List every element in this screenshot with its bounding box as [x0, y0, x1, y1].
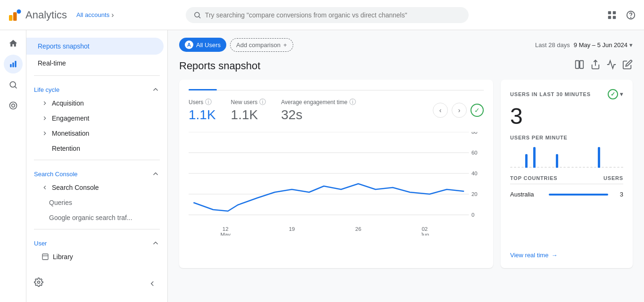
reports-snapshot-label: Reports snapshot	[38, 42, 90, 50]
realtime-nav[interactable]: Real-time	[26, 55, 164, 72]
realtime-check-dropdown[interactable]: ✓ ▾	[608, 89, 623, 99]
engagement-label: Engagement	[52, 114, 89, 122]
new-users-info-icon[interactable]: ⓘ	[259, 98, 266, 106]
mini-bar	[609, 167, 611, 168]
main-layout: Reports snapshot Real-time Life cycle Ac…	[0, 30, 644, 302]
user-section-label: User	[34, 240, 47, 247]
mini-bar	[605, 167, 608, 168]
ga-logo	[8, 8, 22, 22]
queries-label: Queries	[49, 199, 72, 206]
mini-bar	[529, 167, 531, 168]
queries-nav[interactable]: Queries	[26, 195, 167, 210]
acquisition-nav[interactable]: Acquisition	[26, 96, 167, 111]
svg-point-14	[10, 82, 16, 87]
mini-bar	[598, 147, 600, 168]
breadcrumb-text[interactable]: All accounts	[76, 11, 109, 18]
top-nav: Analytics All accounts ›	[0, 0, 644, 30]
user-section[interactable]: User	[26, 233, 167, 249]
mini-bar	[621, 167, 623, 168]
date-range-label: Last 28 days	[535, 41, 570, 49]
users-info-icon[interactable]: ⓘ	[205, 98, 212, 106]
filters-bar: A All Users Add comparison + Last 28 day…	[179, 38, 633, 52]
svg-rect-0	[9, 15, 13, 21]
explore-icon-btn[interactable]	[4, 75, 23, 94]
mini-bar	[613, 167, 616, 168]
mini-bar	[548, 167, 551, 168]
acquisition-expand-icon	[41, 100, 48, 106]
google-organic-nav[interactable]: Google organic search traf...	[26, 210, 167, 225]
mini-bar	[571, 167, 574, 168]
search-icon	[193, 11, 201, 19]
top-countries-header: TOP COUNTRIES USERS	[510, 175, 623, 184]
svg-rect-12	[12, 63, 14, 67]
realtime-dropdown-arrow: ▾	[620, 91, 623, 98]
view-realtime-link[interactable]: View real time →	[510, 244, 623, 259]
mini-bar	[525, 154, 528, 168]
date-range[interactable]: Last 28 days 9 May – 5 Jun 2024 ▾	[535, 41, 633, 49]
settings-button[interactable]	[26, 272, 51, 295]
columns-icon[interactable]	[574, 59, 585, 72]
library-label: Library	[53, 253, 73, 261]
acquisition-label: Acquisition	[52, 99, 84, 107]
realtime-count: 3	[510, 103, 623, 129]
edit-icon[interactable]	[622, 59, 633, 72]
next-metric-button[interactable]: ›	[452, 103, 467, 118]
google-organic-label: Google organic search traf...	[49, 214, 132, 221]
help-icon[interactable]	[625, 9, 636, 21]
search-bar[interactable]	[186, 7, 469, 23]
mini-bar	[617, 167, 619, 168]
all-users-chip-label: All Users	[196, 41, 221, 49]
divider-2	[34, 160, 160, 160]
svg-text:60: 60	[471, 150, 478, 155]
new-users-label: New users ⓘ	[231, 98, 266, 106]
sidebar-nav: Reports snapshot Real-time Life cycle Ac…	[26, 34, 167, 268]
all-users-chip[interactable]: A All Users	[179, 38, 226, 52]
engagement-nav[interactable]: Engagement	[26, 111, 167, 126]
svg-rect-7	[608, 16, 611, 18]
metric-check-button[interactable]: ✓	[471, 104, 484, 117]
collapse-button[interactable]	[145, 276, 160, 291]
svg-rect-22	[580, 61, 583, 69]
line-chart: 80 60 40 20 0 12 May 19 26 02 Jun	[189, 132, 484, 236]
mini-bars	[510, 144, 623, 168]
icon-sidebar	[0, 30, 26, 302]
annotate-icon[interactable]	[606, 59, 617, 72]
svg-rect-21	[576, 61, 579, 69]
mini-bar	[560, 167, 562, 168]
prev-metric-button[interactable]: ‹	[433, 103, 448, 118]
search-console-section[interactable]: Search Console	[26, 164, 167, 180]
search-console-nav[interactable]: Search Console	[26, 180, 167, 195]
svg-point-17	[11, 104, 15, 107]
svg-line-4	[199, 16, 200, 18]
country-count: 3	[614, 191, 623, 198]
mini-bar	[514, 167, 516, 168]
avg-engagement-info-icon[interactable]: ⓘ	[349, 98, 356, 106]
reports-snapshot-nav[interactable]: Reports snapshot	[26, 38, 164, 55]
users-per-min-label: USERS PER MINUTE	[510, 135, 623, 140]
home-icon-btn[interactable]	[4, 34, 23, 53]
realtime-check-icon: ✓	[608, 89, 618, 99]
mini-bar	[567, 167, 570, 168]
lifecycle-section[interactable]: Life cycle	[26, 80, 167, 96]
advertising-icon-btn[interactable]	[4, 96, 23, 115]
country-bar-container	[549, 194, 608, 196]
page-title-row: Reports snapshot	[179, 59, 633, 72]
lifecycle-label: Life cycle	[34, 86, 59, 93]
mini-bar	[594, 167, 596, 168]
retention-nav[interactable]: Retention	[26, 141, 167, 156]
library-nav[interactable]: Library	[26, 249, 167, 264]
add-comparison-chip[interactable]: Add comparison +	[230, 38, 293, 52]
share-icon[interactable]	[590, 59, 601, 72]
monetisation-nav[interactable]: Monetisation	[26, 126, 167, 141]
mini-bar	[552, 167, 554, 168]
breadcrumb[interactable]: All accounts ›	[76, 11, 114, 19]
svg-text:0: 0	[471, 212, 474, 218]
reports-icon-btn[interactable]	[4, 55, 23, 73]
mini-bar	[579, 167, 581, 168]
avg-engagement-value: 32s	[281, 107, 356, 122]
avg-engagement-metric: Average engagement time ⓘ 32s	[281, 98, 356, 122]
grid-icon[interactable]	[606, 9, 618, 21]
search-input[interactable]	[205, 11, 461, 19]
cards-row: Users ⓘ 1.1K New users ⓘ 1.1K	[179, 80, 633, 268]
retention-label: Retention	[52, 145, 80, 152]
